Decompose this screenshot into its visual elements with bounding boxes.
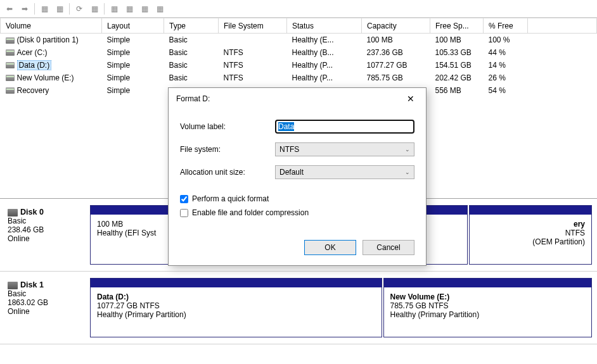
- partition-title: New Volume (E:): [390, 292, 450, 301]
- cell-type: Basic: [164, 72, 219, 84]
- table-row[interactable]: New Volume (E:)SimpleBasicNTFSHealthy (P…: [1, 72, 597, 84]
- toolbar: ⬅ ➡ ▦ ▦ ⟳ ▦ ▦ ▦ ▦ ▦: [0, 0, 597, 18]
- disk-name: Disk 1: [20, 280, 44, 289]
- cell-fs: NTFS: [219, 46, 287, 59]
- cell-status: Healthy (E...: [287, 34, 362, 46]
- volume-name: Data (D:): [17, 60, 52, 70]
- toolbar-icon[interactable]: ▦: [37, 2, 51, 16]
- toolbar-icon[interactable]: ▦: [122, 2, 136, 16]
- volume-name: (Disk 0 partition 1): [17, 35, 79, 44]
- partition[interactable]: New Volume (E:)785.75 GB NTFSHealthy (Pr…: [383, 278, 593, 337]
- partition-size: 1077.27 GB NTFS: [97, 301, 375, 310]
- cell-layout: Simple: [102, 72, 164, 84]
- table-row[interactable]: (Disk 0 partition 1)SimpleBasicHealthy (…: [1, 34, 597, 46]
- cell-pct: 54 %: [484, 84, 528, 97]
- col-status[interactable]: Status: [287, 18, 362, 34]
- col-spacer: [528, 18, 597, 34]
- cell-fs: [219, 34, 287, 46]
- ok-button[interactable]: OK: [304, 240, 356, 255]
- volume-name: Recovery: [17, 86, 49, 95]
- table-row[interactable]: Acer (C:)SimpleBasicNTFSHealthy (B...237…: [1, 46, 597, 59]
- col-fs[interactable]: File System: [219, 18, 287, 34]
- cell-type: Basic: [164, 59, 219, 72]
- cell-fs: NTFS: [219, 59, 287, 72]
- partition-status: Healthy (EFI Syst: [97, 229, 178, 237]
- partition[interactable]: Data (D:)1077.27 GB NTFSHealthy (Primary…: [90, 278, 382, 337]
- file-system-label: File system:: [180, 145, 275, 154]
- toolbar-icon[interactable]: ▦: [153, 2, 167, 16]
- column-header-row: Volume Layout Type File System Status Ca…: [1, 18, 597, 34]
- partition-status: Healthy (Primary Partition): [97, 310, 375, 319]
- allocation-unit-value: Default: [279, 168, 304, 177]
- partition-status: Healthy (Primary Partition): [390, 310, 586, 319]
- cell-pct: 44 %: [484, 46, 528, 59]
- cell-layout: Simple: [102, 84, 164, 97]
- volume-label-input[interactable]: [275, 120, 414, 134]
- partition-title: Data (D:): [97, 292, 129, 301]
- cell-status: Healthy (P...: [287, 59, 362, 72]
- toolbar-icon[interactable]: ▦: [87, 2, 101, 16]
- disk-icon: [8, 209, 18, 217]
- col-capacity[interactable]: Capacity: [362, 18, 430, 34]
- cancel-button[interactable]: Cancel: [363, 240, 414, 255]
- disk-label: Disk 1Basic1863.02 GBOnline: [5, 278, 86, 337]
- partition-title: ery: [574, 220, 585, 229]
- partition-size: 100 MB: [97, 220, 178, 229]
- cell-pct: 14 %: [484, 59, 528, 72]
- cell-status: Healthy (B...: [287, 46, 362, 59]
- cell-free: 556 MB: [430, 84, 484, 97]
- allocation-unit-label: Allocation unit size:: [180, 168, 275, 177]
- volume-icon: [6, 62, 15, 68]
- volume-icon: [6, 87, 15, 94]
- table-row[interactable]: Data (D:)SimpleBasicNTFSHealthy (P...107…: [1, 59, 597, 72]
- disk-icon: [8, 282, 18, 289]
- cell-free: 154.51 GB: [430, 59, 484, 72]
- quick-format-label: Perform a quick format: [192, 194, 269, 203]
- dialog-title: Format D:: [176, 94, 210, 103]
- chevron-down-icon: ⌄: [405, 169, 410, 175]
- disk-label: Disk 0Basic238.46 GBOnline: [5, 205, 86, 265]
- cell-pct: 100 %: [484, 34, 528, 46]
- refresh-icon[interactable]: ⟳: [72, 2, 86, 16]
- compression-label: Enable file and folder compression: [192, 208, 309, 217]
- disk-row: Disk 1Basic1863.02 GBOnlineData (D:)1077…: [0, 272, 597, 344]
- compression-checkbox[interactable]: [180, 209, 188, 217]
- partition-size: 785.75 GB NTFS: [390, 301, 586, 310]
- close-icon[interactable]: ✕: [401, 92, 421, 106]
- forward-icon[interactable]: ➡: [18, 2, 32, 16]
- cell-free: 100 MB: [430, 34, 484, 46]
- allocation-unit-combo[interactable]: Default ⌄: [275, 165, 414, 179]
- cell-capacity: 237.36 GB: [362, 46, 430, 59]
- back-icon[interactable]: ⬅: [3, 2, 16, 16]
- cell-capacity: 100 MB: [362, 34, 430, 46]
- volume-label-label: Volume label:: [180, 122, 275, 131]
- volume-icon: [6, 75, 15, 81]
- toolbar-icon[interactable]: ▦: [107, 2, 121, 16]
- cell-pct: 26 %: [484, 72, 528, 84]
- partition[interactable]: eryNTFS(OEM Partition): [469, 205, 592, 265]
- toolbar-icon[interactable]: ▦: [53, 2, 67, 16]
- file-system-combo[interactable]: NTFS ⌄: [275, 142, 414, 156]
- col-layout[interactable]: Layout: [102, 18, 164, 34]
- chevron-down-icon: ⌄: [405, 146, 410, 153]
- toolbar-icon[interactable]: ▦: [138, 2, 151, 16]
- cell-layout: Simple: [102, 46, 164, 59]
- cell-capacity: 785.75 GB: [362, 72, 430, 84]
- col-volume[interactable]: Volume: [1, 18, 102, 34]
- disk-state: Online: [8, 234, 30, 243]
- col-pctfree[interactable]: % Free: [484, 18, 528, 34]
- col-free[interactable]: Free Sp...: [430, 18, 484, 34]
- partition-status: (OEM Partition): [476, 237, 585, 246]
- volume-name: New Volume (E:): [17, 73, 74, 82]
- disk-type: Basic: [8, 289, 26, 298]
- cell-layout: Simple: [102, 34, 164, 46]
- partitions: Data (D:)1077.27 GB NTFSHealthy (Primary…: [90, 278, 592, 337]
- cell-capacity: 1077.27 GB: [362, 59, 430, 72]
- disk-name: Disk 0: [20, 208, 44, 217]
- col-type[interactable]: Type: [164, 18, 219, 34]
- quick-format-checkbox[interactable]: [180, 195, 188, 203]
- disk-size: 238.46 GB: [8, 225, 44, 234]
- file-system-value: NTFS: [279, 145, 299, 154]
- disk-state: Online: [8, 307, 30, 316]
- partition-size: NTFS: [476, 229, 585, 237]
